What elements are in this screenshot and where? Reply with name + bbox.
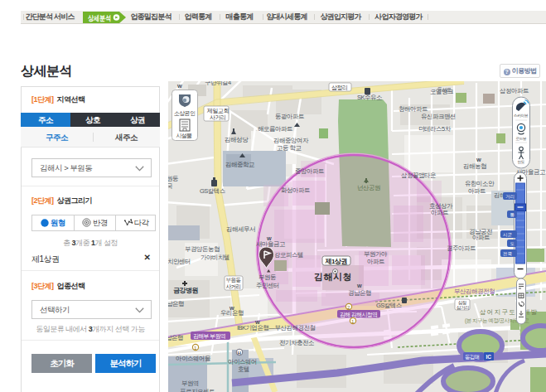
svg-text:부원동: 부원동 (259, 273, 276, 281)
svg-text:시설물: 시설물 (176, 133, 193, 138)
svg-text:김해 김해시청역: 김해 김해시청역 (340, 312, 377, 318)
svg-text:부원가야: 부원가야 (364, 250, 388, 258)
svg-text:부산김해경전철: 부산김해경전철 (454, 288, 495, 295)
svg-text:부원동: 부원동 (226, 277, 242, 283)
svg-text:남은행: 남은행 (168, 300, 184, 307)
svg-text:동서로: 동서로 (437, 87, 452, 92)
svg-text:제1상권: 제1상권 (325, 258, 348, 265)
svg-text:W: W (177, 84, 182, 89)
svg-text:삼거리: 삼거리 (457, 305, 469, 310)
svg-text:국: 국 (168, 182, 172, 190)
svg-text:푸르지오센트: 푸르지오센트 (180, 388, 215, 392)
svg-text:더테라스5차: 더테라스5차 (418, 125, 452, 133)
svg-text:김해세무서: 김해세무서 (226, 225, 255, 233)
svg-text:화성아파트: 화성아파트 (281, 186, 310, 194)
svg-text:고등 학교: 고등 학교 (277, 144, 302, 152)
svg-text:김해농협: 김해농협 (463, 162, 486, 170)
svg-text:경남은행: 경남은행 (348, 289, 371, 297)
svg-text:삼정아파트: 삼정아파트 (500, 87, 529, 94)
svg-text:IC: IC (486, 354, 492, 360)
svg-text:김해중앙여자: 김해중앙여자 (273, 137, 309, 144)
svg-text:원동: 원동 (168, 175, 178, 182)
svg-text:시군: 시군 (503, 232, 513, 237)
svg-text:삼정꿀앰타운: 삼정꿀앰타운 (401, 172, 436, 179)
svg-text:강오피스텔: 강오피스텔 (274, 251, 303, 259)
svg-text:스카이뷰: 스카이뷰 (514, 114, 529, 118)
svg-text:사거리: 사거리 (226, 283, 241, 289)
svg-text:치안센터: 치안센터 (168, 258, 191, 265)
svg-text:GS칼텍스: GS칼텍스 (376, 302, 402, 309)
svg-text:IBK기업은행—부산김해경전철: IBK기업은행—부산김해경전철 (237, 324, 316, 332)
svg-text:동김해: 동김해 (465, 354, 480, 360)
svg-text:가야비치텔: 가야비치텔 (201, 254, 230, 261)
svg-text:김해중학교: 김해중학교 (225, 161, 254, 168)
svg-text:아파트: 아파트 (472, 234, 490, 241)
svg-text:유신파크맨션: 유신파크맨션 (421, 113, 456, 120)
svg-text:아파트: 아파트 (367, 258, 384, 265)
svg-text:동: 동 (510, 212, 515, 217)
svg-text:구단위길4: 구단위길4 (205, 81, 231, 86)
svg-text:유한미소안: 유한미소안 (465, 180, 495, 187)
svg-text:소상공인: 소상공인 (174, 110, 196, 117)
svg-text:아이스웨어몰: 아이스웨어몰 (176, 355, 210, 362)
svg-text:W: W (230, 306, 234, 311)
svg-text:경남은행: 경남은행 (168, 334, 183, 341)
svg-text:로드뷰: 로드뷰 (516, 137, 528, 141)
svg-text:상세분석: 상세분석 (88, 13, 111, 22)
svg-text:넌산공원: 넌산공원 (357, 184, 380, 191)
svg-text:아이스웨어: 아이스웨어 (228, 358, 257, 365)
svg-text:김해성당: 김해성당 (225, 136, 249, 143)
svg-text:새마을금고: 새마을금고 (256, 240, 285, 248)
svg-text:거리: 거리 (505, 194, 515, 199)
svg-text:부경양돈농협: 부경양돈농협 (185, 245, 220, 253)
svg-text:전기차충전소: 전기차충전소 (279, 339, 314, 346)
svg-text:SK주유소: SK주유소 (357, 94, 382, 101)
svg-text:삼어지구도시개발: 삼어지구도시개발 (480, 308, 538, 316)
svg-text:H: H (238, 351, 241, 356)
svg-text:아파트: 아파트 (468, 187, 486, 195)
svg-text:삼정리: 삼정리 (331, 85, 348, 91)
svg-text:부원역: 부원역 (181, 380, 199, 387)
svg-text:제일교회: 제일교회 (206, 108, 229, 114)
svg-text:중앙아파트: 중앙아파트 (295, 167, 324, 175)
svg-text:W: W (255, 320, 260, 325)
svg-text:도: 도 (510, 241, 515, 246)
svg-text:주민센터: 주민센터 (256, 282, 279, 289)
svg-text:아파트: 아파트 (431, 209, 448, 216)
svg-text:사거리: 사거리 (210, 114, 226, 120)
svg-text:GS칼텍스: GS칼텍스 (200, 187, 225, 195)
svg-text:금강병원: 금강병원 (173, 287, 199, 294)
svg-text:W: W (267, 236, 272, 241)
svg-text:경주아파트: 경주아파트 (447, 244, 476, 252)
svg-text:동광아파트: 동광아파트 (275, 113, 304, 120)
svg-text:인도: 인도 (518, 160, 525, 164)
svg-text:호텔: 호텔 (238, 365, 249, 373)
svg-text:전국: 전국 (503, 251, 513, 256)
svg-text:W: W (357, 283, 362, 288)
svg-text:김해부 부원역: 김해부 부원역 (193, 333, 225, 339)
svg-text:김해시청: 김해시청 (314, 272, 352, 282)
svg-text:해오름아파트: 해오름아파트 (258, 125, 292, 133)
svg-text:W: W (476, 157, 481, 162)
svg-text:청해아파트: 청해아파트 (399, 105, 428, 113)
